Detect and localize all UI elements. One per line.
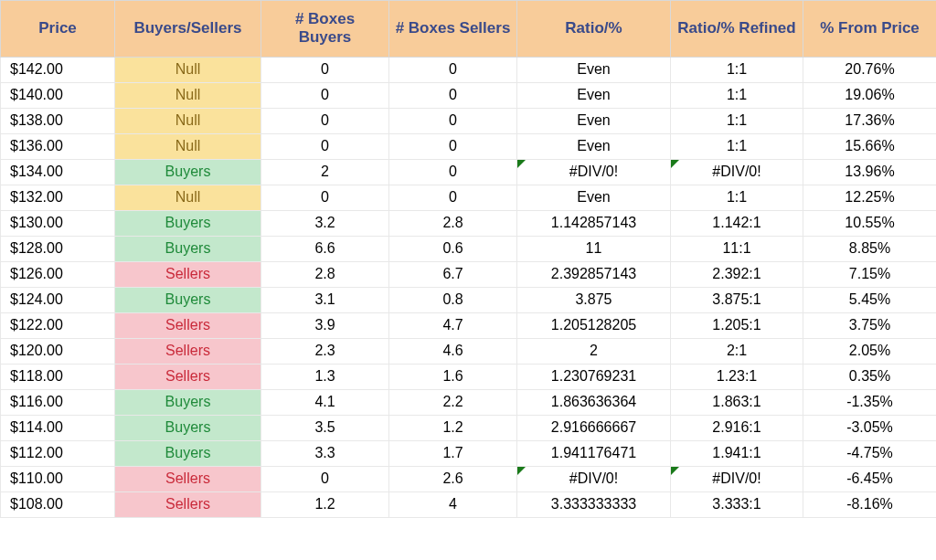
cell-ratio[interactable]: 1.205128205 [517, 312, 671, 338]
cell-from-price[interactable]: 12.25% [803, 185, 937, 210]
cell-boxes-sellers[interactable]: 1.7 [389, 440, 517, 466]
cell-price[interactable]: $142.00 [1, 57, 115, 82]
cell-buyers-sellers[interactable]: Null [115, 57, 261, 82]
table-row[interactable]: $130.00Buyers3.22.81.1428571431.142:110.… [1, 210, 937, 236]
cell-price[interactable]: $138.00 [1, 108, 115, 133]
cell-boxes-sellers[interactable]: 0 [389, 133, 517, 159]
cell-ratio-refined[interactable]: 2.916:1 [671, 415, 803, 440]
table-row[interactable]: $134.00Buyers20#DIV/0!#DIV/0!13.96% [1, 159, 937, 185]
cell-from-price[interactable]: -8.16% [803, 491, 937, 517]
cell-from-price[interactable]: -6.45% [803, 466, 937, 491]
cell-ratio[interactable]: 2 [517, 338, 671, 364]
cell-boxes-sellers[interactable]: 0 [389, 57, 517, 82]
table-row[interactable]: $118.00Sellers1.31.61.2307692311.23:10.3… [1, 364, 937, 389]
cell-boxes-sellers[interactable]: 4.7 [389, 312, 517, 338]
cell-boxes-sellers[interactable]: 6.7 [389, 261, 517, 287]
cell-boxes-sellers[interactable]: 1.6 [389, 364, 517, 389]
cell-ratio-refined[interactable]: 1:1 [671, 133, 803, 159]
table-row[interactable]: $126.00Sellers2.86.72.3928571432.392:17.… [1, 261, 937, 287]
cell-ratio[interactable]: 1.142857143 [517, 210, 671, 236]
cell-price[interactable]: $108.00 [1, 491, 115, 517]
cell-ratio[interactable]: 2.916666667 [517, 415, 671, 440]
cell-boxes-buyers[interactable]: 1.2 [261, 491, 389, 517]
cell-ratio-refined[interactable]: 1.142:1 [671, 210, 803, 236]
cell-boxes-buyers[interactable]: 3.2 [261, 210, 389, 236]
cell-boxes-buyers[interactable]: 1.3 [261, 364, 389, 389]
cell-boxes-sellers[interactable]: 0 [389, 159, 517, 185]
table-row[interactable]: $142.00Null00Even1:120.76% [1, 57, 937, 82]
cell-ratio-refined[interactable]: 11:1 [671, 236, 803, 261]
cell-boxes-buyers[interactable]: 6.6 [261, 236, 389, 261]
table-row[interactable]: $108.00Sellers1.243.3333333333.333:1-8.1… [1, 491, 937, 517]
cell-from-price[interactable]: 13.96% [803, 159, 937, 185]
cell-ratio[interactable]: #DIV/0! [517, 466, 671, 491]
cell-boxes-buyers[interactable]: 3.5 [261, 415, 389, 440]
cell-boxes-buyers[interactable]: 0 [261, 82, 389, 108]
cell-from-price[interactable]: 19.06% [803, 82, 937, 108]
cell-from-price[interactable]: 20.76% [803, 57, 937, 82]
cell-price[interactable]: $116.00 [1, 389, 115, 415]
cell-price[interactable]: $132.00 [1, 185, 115, 210]
cell-ratio[interactable]: 1.230769231 [517, 364, 671, 389]
cell-boxes-buyers[interactable]: 2.3 [261, 338, 389, 364]
cell-from-price[interactable]: 10.55% [803, 210, 937, 236]
cell-boxes-buyers[interactable]: 3.3 [261, 440, 389, 466]
cell-buyers-sellers[interactable]: Buyers [115, 159, 261, 185]
cell-boxes-buyers[interactable]: 0 [261, 133, 389, 159]
cell-boxes-buyers[interactable]: 3.1 [261, 287, 389, 312]
cell-ratio-refined[interactable]: 1.863:1 [671, 389, 803, 415]
cell-ratio[interactable]: 3.333333333 [517, 491, 671, 517]
cell-ratio[interactable]: Even [517, 57, 671, 82]
cell-ratio-refined[interactable]: 2.392:1 [671, 261, 803, 287]
cell-ratio-refined[interactable]: 1.205:1 [671, 312, 803, 338]
table-row[interactable]: $128.00Buyers6.60.61111:18.85% [1, 236, 937, 261]
cell-boxes-buyers[interactable]: 2 [261, 159, 389, 185]
cell-buyers-sellers[interactable]: Buyers [115, 210, 261, 236]
cell-ratio[interactable]: 1.863636364 [517, 389, 671, 415]
table-row[interactable]: $140.00Null00Even1:119.06% [1, 82, 937, 108]
table-row[interactable]: $120.00Sellers2.34.622:12.05% [1, 338, 937, 364]
cell-boxes-sellers[interactable]: 0 [389, 82, 517, 108]
cell-price[interactable]: $110.00 [1, 466, 115, 491]
cell-boxes-sellers[interactable]: 0.6 [389, 236, 517, 261]
cell-from-price[interactable]: -3.05% [803, 415, 937, 440]
cell-boxes-sellers[interactable]: 4.6 [389, 338, 517, 364]
cell-boxes-sellers[interactable]: 0 [389, 108, 517, 133]
cell-price[interactable]: $114.00 [1, 415, 115, 440]
cell-buyers-sellers[interactable]: Null [115, 133, 261, 159]
cell-ratio-refined[interactable]: 1:1 [671, 108, 803, 133]
cell-buyers-sellers[interactable]: Null [115, 82, 261, 108]
header-ratio[interactable]: Ratio/% [517, 1, 671, 58]
cell-buyers-sellers[interactable]: Buyers [115, 287, 261, 312]
header-boxes-sellers[interactable]: # Boxes Sellers [389, 1, 517, 58]
table-row[interactable]: $132.00Null00Even1:112.25% [1, 185, 937, 210]
cell-from-price[interactable]: 5.45% [803, 287, 937, 312]
table-row[interactable]: $114.00Buyers3.51.22.9166666672.916:1-3.… [1, 415, 937, 440]
cell-buyers-sellers[interactable]: Buyers [115, 415, 261, 440]
cell-boxes-buyers[interactable]: 0 [261, 466, 389, 491]
cell-boxes-buyers[interactable]: 3.9 [261, 312, 389, 338]
cell-ratio-refined[interactable]: 1:1 [671, 82, 803, 108]
cell-boxes-sellers[interactable]: 4 [389, 491, 517, 517]
header-boxes-buyers[interactable]: # Boxes Buyers [261, 1, 389, 58]
cell-boxes-sellers[interactable]: 0.8 [389, 287, 517, 312]
cell-ratio-refined[interactable]: 3.333:1 [671, 491, 803, 517]
cell-boxes-sellers[interactable]: 1.2 [389, 415, 517, 440]
header-price[interactable]: Price [1, 1, 115, 58]
cell-ratio[interactable]: Even [517, 133, 671, 159]
cell-ratio[interactable]: #DIV/0! [517, 159, 671, 185]
cell-ratio[interactable]: 2.392857143 [517, 261, 671, 287]
cell-ratio-refined[interactable]: 3.875:1 [671, 287, 803, 312]
cell-buyers-sellers[interactable]: Null [115, 185, 261, 210]
cell-ratio-refined[interactable]: 1.941:1 [671, 440, 803, 466]
cell-ratio[interactable]: Even [517, 108, 671, 133]
cell-ratio[interactable]: 11 [517, 236, 671, 261]
cell-ratio-refined[interactable]: 1:1 [671, 185, 803, 210]
cell-boxes-buyers[interactable]: 0 [261, 108, 389, 133]
cell-ratio-refined[interactable]: #DIV/0! [671, 466, 803, 491]
header-from-price[interactable]: % From Price [803, 1, 937, 58]
cell-boxes-sellers[interactable]: 2.6 [389, 466, 517, 491]
cell-buyers-sellers[interactable]: Sellers [115, 466, 261, 491]
table-row[interactable]: $116.00Buyers4.12.21.8636363641.863:1-1.… [1, 389, 937, 415]
cell-from-price[interactable]: 7.15% [803, 261, 937, 287]
